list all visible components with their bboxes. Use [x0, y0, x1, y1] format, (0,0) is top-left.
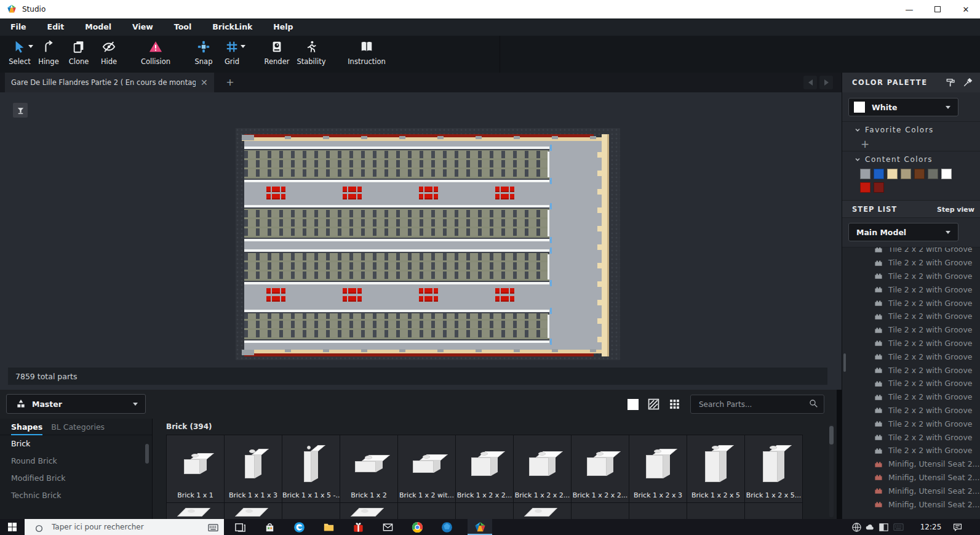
part-tile[interactable] — [282, 503, 340, 519]
model-viewport[interactable]: 7859 total parts — [0, 92, 842, 390]
step-list-item[interactable]: Minifig, Utensil Seat 2... — [842, 484, 980, 497]
toolbar-button-grid[interactable]: Grid — [210, 39, 253, 66]
view-filter-button[interactable] — [13, 103, 28, 118]
decorated-parts-toggle[interactable] — [648, 398, 659, 410]
step-list-item[interactable]: Tile 2 x 2 with Groove — [842, 417, 980, 430]
category-scrollbar[interactable] — [145, 444, 149, 464]
document-tab[interactable]: Gare De Lille Flandres Partie 2 ( En cou… — [5, 73, 214, 92]
content-color-swatch[interactable] — [874, 169, 884, 179]
step-list-item[interactable]: Tile 2 x 2 with Groove — [842, 310, 980, 323]
step-list-item[interactable]: Tile 2 x 2 with Groove — [842, 323, 980, 337]
notification-center-icon[interactable] — [952, 522, 963, 532]
toolbar-button-stability[interactable]: Stability — [290, 39, 333, 66]
category-item-technic-brick[interactable]: Technic Brick — [0, 487, 152, 504]
content-color-swatch[interactable] — [928, 169, 938, 179]
new-tab-button[interactable]: + — [224, 76, 236, 89]
step-list-item[interactable]: Tile 2 x 2 with Groove — [842, 247, 980, 256]
step-list-item[interactable]: Tile 2 x 2 with Groove — [842, 270, 980, 283]
content-color-swatch[interactable] — [874, 182, 884, 193]
minimize-button[interactable]: — — [895, 0, 923, 18]
taskbar-clock[interactable]: 12:25 — [913, 519, 949, 535]
taskbar-app-mail[interactable] — [375, 519, 400, 535]
part-tile[interactable]: Brick 1 x 2 x 2... — [572, 435, 629, 502]
step-list-item[interactable]: Tile 2 x 2 with Groove — [842, 404, 980, 417]
favorite-colors-toggle[interactable]: Favorite Colors — [842, 126, 980, 134]
step-list-scrollbar[interactable] — [843, 353, 846, 372]
step-list-item[interactable]: Tile 2 x 2 with Groove — [842, 296, 980, 310]
content-color-swatch[interactable] — [887, 169, 898, 179]
taskbar-app-file-explorer[interactable] — [316, 519, 341, 535]
part-tile[interactable]: Brick 1 x 1 — [167, 435, 224, 502]
step-list[interactable]: Tile 2 x 2 with GrooveTile 2 x 2 with Gr… — [842, 247, 980, 519]
step-list-item[interactable]: Tile 2 x 2 with Groove — [842, 337, 980, 350]
color-dropdown[interactable]: White — [848, 98, 958, 116]
toolbar-button-hide[interactable]: Hide — [87, 39, 130, 66]
taskbar-search-box[interactable]: Taper ici pour rechercher — [25, 519, 224, 535]
lego-model-render[interactable] — [242, 134, 609, 356]
taskbar-app-edge[interactable] — [287, 519, 311, 535]
menu-item-help[interactable]: Help — [263, 18, 303, 36]
part-tile[interactable] — [572, 503, 629, 519]
taskbar-app-gift[interactable] — [346, 519, 370, 535]
part-tile[interactable]: Brick 1 x 2 x 2... — [514, 435, 571, 502]
part-tile[interactable]: Brick 1 x 2 x 3 — [629, 435, 687, 502]
step-list-item[interactable]: Minifig, Utensil Seat 2... — [842, 457, 980, 471]
part-tile[interactable] — [398, 503, 455, 519]
part-tile[interactable]: Brick 1 x 2 x 5 — [687, 435, 744, 502]
menu-item-view[interactable]: View — [122, 18, 164, 36]
content-color-swatch[interactable] — [941, 169, 952, 179]
model-scope-dropdown[interactable]: Master — [6, 394, 146, 414]
paint-roller-icon[interactable] — [946, 78, 963, 87]
part-tile[interactable]: Brick 1 x 2 x 5... — [745, 435, 802, 502]
part-tile[interactable] — [687, 503, 744, 519]
tray-window-icon[interactable] — [878, 522, 889, 532]
maximize-button[interactable] — [923, 0, 952, 18]
part-tile[interactable] — [340, 503, 397, 519]
taskbar-app-store[interactable] — [257, 519, 282, 535]
taskbar-app-task-view[interactable] — [228, 519, 252, 535]
step-list-item[interactable]: Tile 2 x 2 with Groove — [842, 377, 980, 390]
content-colors-toggle[interactable]: Content Colors — [842, 155, 980, 164]
tab-scroll-left-button[interactable] — [803, 76, 817, 89]
part-tile[interactable] — [167, 503, 224, 519]
step-list-item[interactable]: Tile 2 x 2 with Groove — [842, 350, 980, 363]
taskbar-app-blue-app[interactable] — [434, 519, 459, 535]
step-list-item[interactable]: Tile 2 x 2 with Groove — [842, 283, 980, 296]
content-color-swatch[interactable] — [901, 169, 911, 179]
step-list-item[interactable]: Tile 2 x 2 with Groove — [842, 444, 980, 457]
tab-scroll-right-button[interactable] — [819, 76, 833, 89]
menu-item-bricklink[interactable]: BrickLink — [202, 18, 263, 36]
chevron-down-icon[interactable] — [241, 45, 245, 48]
part-tile[interactable] — [514, 503, 571, 519]
add-favorite-color-button[interactable]: + — [861, 138, 869, 150]
step-list-item[interactable]: Tile 2 x 2 with Groove — [842, 256, 980, 270]
content-color-swatch[interactable] — [914, 169, 925, 179]
step-model-dropdown[interactable]: Main Model — [848, 223, 958, 241]
menu-item-model[interactable]: Model — [74, 18, 122, 36]
part-tile[interactable] — [456, 503, 513, 519]
part-tile[interactable]: Brick 1 x 2 — [340, 435, 397, 502]
parts-tab-bl-categories[interactable]: BL Categories — [51, 422, 105, 432]
step-list-item[interactable]: Tile 2 x 2 with Groove — [842, 390, 980, 404]
part-tile[interactable] — [225, 503, 282, 519]
current-color-swatch[interactable] — [627, 398, 639, 410]
content-color-swatch[interactable] — [860, 169, 870, 179]
taskbar-app-chrome[interactable] — [405, 519, 429, 535]
step-list-item[interactable]: Tile 2 x 2 with Groove — [842, 430, 980, 444]
parts-grid-scrollbar[interactable] — [829, 425, 834, 517]
menu-item-file[interactable]: File — [0, 18, 37, 36]
part-tile[interactable] — [745, 503, 802, 519]
close-button[interactable]: ✕ — [952, 0, 980, 18]
step-list-item[interactable]: Minifig, Utensil Seat 2... — [842, 497, 980, 511]
parts-search-input[interactable]: Search Parts... — [690, 395, 824, 414]
toolbar-button-instruction[interactable]: Instruction — [345, 39, 388, 66]
step-list-item[interactable]: Tile 2 x 2 with Groove — [842, 363, 980, 377]
start-button[interactable] — [0, 519, 25, 535]
tab-close-icon[interactable]: ✕ — [201, 78, 208, 87]
part-tile[interactable] — [629, 503, 687, 519]
eyedropper-icon[interactable] — [963, 78, 980, 87]
tray-cloud-icon[interactable] — [865, 522, 875, 532]
menu-item-tool[interactable]: Tool — [164, 18, 202, 36]
taskbar-app-studio[interactable] — [468, 519, 492, 535]
step-list-item[interactable]: Minifig, Utensil Seat 2... — [842, 471, 980, 485]
